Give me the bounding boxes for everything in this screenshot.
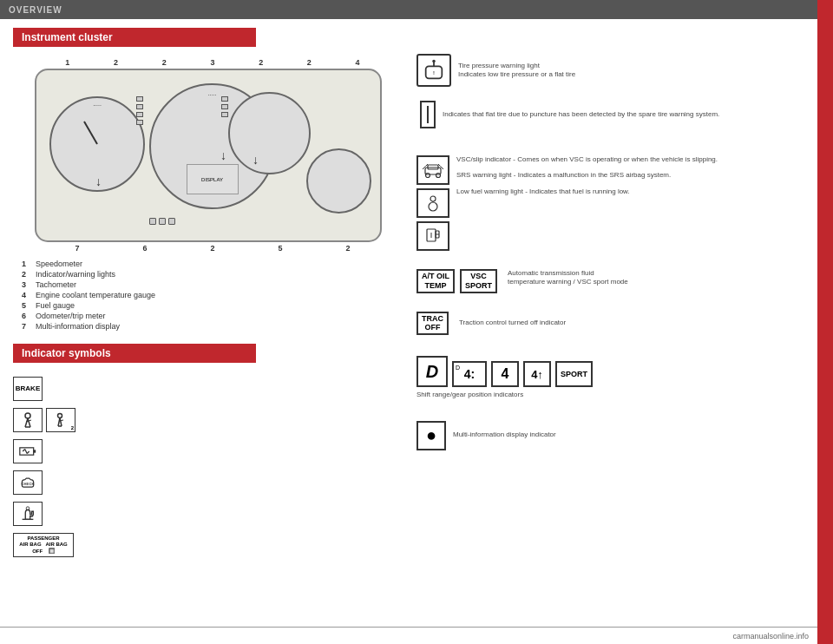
svg-rect-10 bbox=[20, 448, 34, 455]
check-engine-row: CHECK bbox=[13, 470, 395, 495]
indicator-symbols-section: Indicator symbols BRAKE bbox=[13, 344, 395, 561]
seatbelt-symbol bbox=[13, 408, 43, 432]
cluster-label-3: 3 bbox=[210, 58, 214, 67]
svg-line-14 bbox=[27, 451, 30, 454]
svg-point-20 bbox=[432, 60, 436, 63]
trac-off-group: TRACOFF Traction control turned off indi… bbox=[416, 307, 809, 336]
gear-4up-symbol: 4↑ bbox=[523, 361, 551, 387]
footer-url: carmanualsonline.info bbox=[732, 632, 809, 641]
legend-item-2: 2Indicator/warning lights bbox=[22, 270, 395, 279]
srs-airbag-symbol bbox=[416, 188, 449, 218]
cluster-label-2f: 2 bbox=[345, 244, 350, 253]
gear-d-symbol: D bbox=[416, 356, 448, 387]
cluster-legend: 1Speedometer 2Indicator/warning lights 3… bbox=[22, 260, 395, 331]
main-content: Instrument cluster 1 2 2 3 2 2 4 bbox=[0, 19, 817, 627]
legend-item-7: 7Multi-information display bbox=[22, 322, 395, 331]
svg-text:CHECK: CHECK bbox=[22, 482, 35, 486]
cluster-label-5: 5 bbox=[278, 244, 282, 253]
fuel-warning-symbol bbox=[416, 221, 449, 251]
svg-line-7 bbox=[60, 418, 62, 427]
gear-indicators-group: D D 4: 4 4↑ SPORT bbox=[416, 349, 809, 399]
svg-line-2 bbox=[28, 418, 30, 427]
svg-point-26 bbox=[430, 196, 436, 201]
vsc-sport-symbol: VSCSPORT bbox=[460, 269, 497, 293]
cluster-label-2c: 2 bbox=[259, 58, 263, 67]
svg-point-27 bbox=[429, 202, 437, 211]
legend-item-3: 3Tachometer bbox=[22, 280, 395, 289]
oil-pressure-icon bbox=[19, 505, 36, 522]
vsc-descriptions: VSC/slip indicator - Comes on when VSC i… bbox=[456, 155, 718, 196]
left-panel: Instrument cluster 1 2 2 3 2 2 4 bbox=[0, 19, 408, 627]
battery-icon bbox=[19, 443, 36, 460]
record-group: ● Multi-information display indicator bbox=[416, 414, 809, 450]
svg-text:!: ! bbox=[433, 70, 435, 76]
at-oil-vsc-group: A/T OILTEMP VSCSPORT Automatic transmiss… bbox=[416, 265, 809, 293]
cluster-label-1: 1 bbox=[65, 58, 69, 67]
footer-bar: carmanualsonline.info bbox=[0, 627, 817, 644]
airbag-symbol: PASSENGER AIR BAG AIR BAG OFF 🔲 bbox=[13, 533, 74, 557]
page-marker bbox=[420, 101, 436, 128]
legend-item-1: 1Speedometer bbox=[22, 260, 395, 268]
legend-item-6: 6Odometer/trip meter bbox=[22, 312, 395, 320]
cluster-label-2b: 2 bbox=[162, 58, 167, 67]
gear-sport-symbol: SPORT bbox=[555, 361, 593, 387]
gear-seq-symbol: D 4: bbox=[452, 361, 487, 387]
svg-rect-11 bbox=[34, 450, 36, 452]
cluster-label-4: 4 bbox=[356, 58, 360, 67]
tire-pressure-icon: ! bbox=[422, 58, 446, 82]
check-engine-icon: CHECK bbox=[19, 474, 36, 491]
tpms-group: ! Tire pressure warning light Indicates … bbox=[416, 54, 809, 87]
brake-symbol: BRAKE bbox=[13, 377, 43, 401]
svg-point-0 bbox=[25, 413, 30, 418]
at-oil-temp-symbol: A/T OILTEMP bbox=[416, 269, 455, 293]
instrument-cluster-section: Instrument cluster 1 2 2 3 2 2 4 bbox=[13, 28, 395, 331]
seatbelt2-symbol: 2 bbox=[46, 408, 75, 432]
right-panel: ! Tire pressure warning light Indicates … bbox=[408, 19, 817, 627]
brake-symbol-row: BRAKE bbox=[13, 377, 395, 401]
cluster-label-2a: 2 bbox=[114, 58, 118, 67]
battery-symbol bbox=[13, 439, 43, 463]
legend-item-4: 4Engine coolant temperature gauge bbox=[22, 291, 395, 299]
oil-pressure-symbol bbox=[13, 502, 43, 526]
legend-item-5: 5Fuel gauge bbox=[22, 301, 395, 310]
slip-car-icon bbox=[421, 161, 445, 180]
seatbelt-icon bbox=[19, 411, 36, 429]
svg-point-5 bbox=[58, 414, 62, 418]
svg-line-13 bbox=[25, 450, 28, 454]
cluster-label-6: 6 bbox=[142, 244, 147, 253]
red-sidebar-decoration bbox=[817, 0, 833, 644]
record-symbol: ● bbox=[416, 421, 446, 450]
svg-point-24 bbox=[426, 174, 430, 178]
cluster-label-7: 7 bbox=[75, 244, 79, 253]
svg-line-1 bbox=[25, 418, 28, 427]
svg-point-25 bbox=[436, 174, 441, 178]
instrument-cluster-header: Instrument cluster bbox=[13, 28, 256, 47]
vsc-slip-group: VSC/slip indicator - Comes on when VSC i… bbox=[416, 142, 809, 251]
gear-4-symbol: 4 bbox=[491, 361, 519, 387]
cluster-label-2e: 2 bbox=[210, 244, 214, 253]
airbag-row: PASSENGER AIR BAG AIR BAG OFF 🔲 bbox=[13, 533, 395, 557]
indicator-symbols-header: Indicator symbols bbox=[13, 344, 256, 363]
seatbelt-row: 2 bbox=[13, 408, 395, 432]
cluster-label-2d: 2 bbox=[307, 58, 312, 67]
page-header: OVERVIEW bbox=[0, 0, 817, 19]
srs-airbag-icon bbox=[423, 193, 443, 214]
slip-group: Indicates that flat tire due to puncture… bbox=[416, 101, 809, 128]
oil-pressure-row bbox=[13, 502, 395, 526]
seatbelt2-icon bbox=[52, 411, 69, 429]
tpms-description: Tire pressure warning light Indicates lo… bbox=[458, 62, 575, 80]
battery-row bbox=[13, 439, 395, 463]
tpms-symbol: ! bbox=[416, 54, 451, 87]
check-engine-symbol: CHECK bbox=[13, 470, 43, 495]
page-title: OVERVIEW bbox=[9, 5, 62, 15]
trac-off-symbol: TRACOFF bbox=[416, 312, 449, 336]
fuel-warning-icon bbox=[424, 226, 442, 246]
slip-indicator-symbol bbox=[416, 155, 449, 185]
